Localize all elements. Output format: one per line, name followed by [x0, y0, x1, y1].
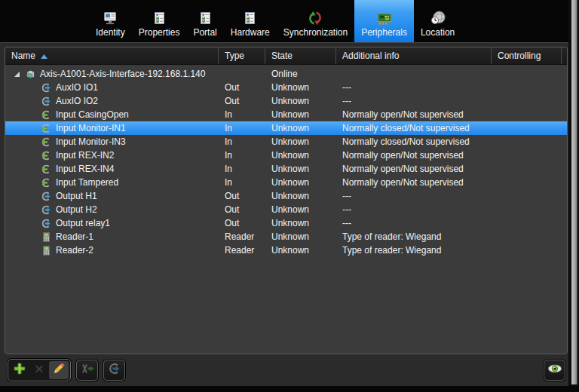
row-additional-info: Normally open/Not supervised [336, 109, 492, 120]
row-type: In [219, 150, 265, 161]
table-row-output-h1[interactable]: Output H1OutUnknown--- [5, 189, 567, 203]
io-loop-button[interactable] [103, 360, 125, 381]
column-header-type[interactable]: Type [219, 47, 265, 64]
row-additional-info: Normally closed/Not supervised [336, 136, 492, 147]
row-type: Out [219, 82, 265, 93]
tab-hardware[interactable]: Hardware [224, 0, 277, 42]
input-icon [40, 164, 52, 174]
name-cell: AuxIO IO1 [5, 82, 219, 93]
tab-bar: IdentityPropertiesPortalHardwareSynchron… [0, 0, 579, 43]
column-header-label: Controlling [498, 51, 541, 61]
row-additional-info: --- [336, 204, 492, 215]
tab-properties[interactable]: Properties [132, 0, 187, 42]
name-cell: Input Tampered [5, 177, 219, 188]
row-state: Unknown [265, 150, 336, 161]
row-additional-info: --- [336, 191, 492, 201]
table-row-input-rex-in4[interactable]: Input REX-IN4InUnknownNormally open/Not … [5, 162, 567, 176]
portal-icon [198, 6, 213, 26]
table-row-reader-2[interactable]: Reader-2ReaderUnknownType of reader: Wie… [5, 243, 567, 257]
column-header-controlling[interactable]: Controlling [492, 47, 562, 64]
row-type: Out [219, 96, 265, 106]
row-state: Online [265, 69, 336, 79]
row-type: Reader [219, 231, 265, 242]
row-state: Unknown [265, 123, 336, 133]
name-cell: Input CasingOpen [5, 109, 219, 120]
vertical-scrollbar[interactable] [571, 0, 577, 384]
peripherals-icon [375, 6, 394, 26]
window-bottom-bar [0, 386, 579, 392]
name-cell: Input Monitor-IN1 [5, 123, 219, 133]
table-row-output-relay1[interactable]: Output relay1OutUnknown--- [5, 216, 567, 230]
tree-expander[interactable] [14, 71, 20, 78]
add-button[interactable] [10, 361, 29, 379]
row-additional-info: --- [336, 218, 492, 228]
row-type: In [219, 123, 265, 133]
reader-icon [40, 232, 52, 242]
row-state: Unknown [265, 96, 336, 106]
name-cell: AuxIO IO2 [5, 96, 219, 106]
table-row-input-monitor-in1[interactable]: Input Monitor-IN1InUnknownNormally close… [5, 121, 567, 135]
output-icon [40, 191, 52, 201]
column-header-name[interactable]: Name [5, 47, 219, 64]
tab-peripherals[interactable]: Peripherals [354, 0, 414, 42]
loop-arrow-icon [108, 363, 121, 378]
row-type: In [219, 109, 265, 120]
tab-synchronization[interactable]: Synchronization [277, 0, 354, 42]
row-type: Reader [219, 245, 265, 256]
column-header-state[interactable]: State [265, 47, 336, 64]
column-header-label: Additional info [342, 51, 399, 61]
tab-location[interactable]: Location [414, 0, 461, 42]
row-type: In [219, 136, 265, 147]
tab-label: Identity [96, 28, 125, 38]
table-row-output-h2[interactable]: Output H2OutUnknown--- [5, 203, 567, 216]
tab-label: Portal [193, 28, 216, 38]
row-additional-info: Normally open/Not supervised [336, 164, 492, 174]
input-icon [40, 110, 52, 120]
table-row-auxio-io1[interactable]: AuxIO IO1OutUnknown--- [5, 81, 567, 94]
row-name: AuxIO IO2 [56, 96, 98, 106]
tab-label: Synchronization [283, 28, 348, 38]
output-icon [40, 83, 52, 93]
identity-icon [102, 6, 118, 26]
row-type: Out [219, 191, 265, 201]
row-type: Out [219, 218, 265, 228]
input-icon [40, 124, 52, 133]
row-type: Out [219, 204, 265, 215]
row-state: Unknown [265, 164, 336, 174]
edit-button[interactable] [49, 361, 69, 379]
column-header-label: Type [225, 51, 244, 61]
edit-button-group [8, 359, 71, 381]
row-state: Unknown [265, 177, 336, 188]
column-header-additional-info[interactable]: Additional info [336, 47, 492, 64]
pencil-icon [52, 362, 66, 378]
tab-label: Hardware [231, 28, 270, 38]
view-button[interactable] [544, 360, 565, 381]
header-filler [562, 47, 568, 64]
input-icon [40, 178, 52, 188]
table-row-input-tampered[interactable]: Input TamperedInUnknownNormally open/Not… [5, 176, 567, 189]
table-row-input-rex-in2[interactable]: Input REX-IN2InUnknownNormally open/Not … [5, 149, 567, 162]
table-row-reader-1[interactable]: Reader-1ReaderUnknownType of reader: Wie… [5, 230, 567, 243]
row-name: Input Monitor-IN3 [56, 136, 126, 147]
name-cell: Input REX-IN2 [5, 150, 219, 161]
associate-button[interactable] [76, 360, 98, 381]
column-header-label: State [271, 51, 293, 61]
delete-button[interactable] [29, 361, 49, 379]
name-cell: Reader-2 [5, 245, 219, 256]
row-additional-info: --- [336, 96, 492, 106]
table-row-axis-a1001-axis-interface-192-168-1-140[interactable]: Axis-A1001-Axis-Interface-192.168.1.140O… [5, 67, 567, 81]
tab-portal[interactable]: Portal [186, 0, 223, 42]
table-row-input-monitor-in3[interactable]: Input Monitor-IN3InUnknownNormally close… [5, 135, 567, 149]
row-additional-info: Normally closed/Not supervised [336, 123, 492, 133]
name-cell: Input REX-IN4 [5, 164, 219, 174]
row-name: Input Tampered [56, 177, 118, 188]
table-row-auxio-io2[interactable]: AuxIO IO2OutUnknown--- [5, 94, 567, 108]
row-type: In [219, 164, 265, 174]
row-name: Reader-2 [56, 245, 93, 256]
row-name: Reader-1 [56, 231, 93, 242]
row-additional-info: --- [336, 82, 492, 93]
tab-identity[interactable]: Identity [89, 0, 132, 42]
row-name: Input CasingOpen [56, 109, 129, 120]
sort-ascending-icon [41, 51, 47, 61]
table-row-input-casingopen[interactable]: Input CasingOpenInUnknownNormally open/N… [5, 108, 567, 121]
